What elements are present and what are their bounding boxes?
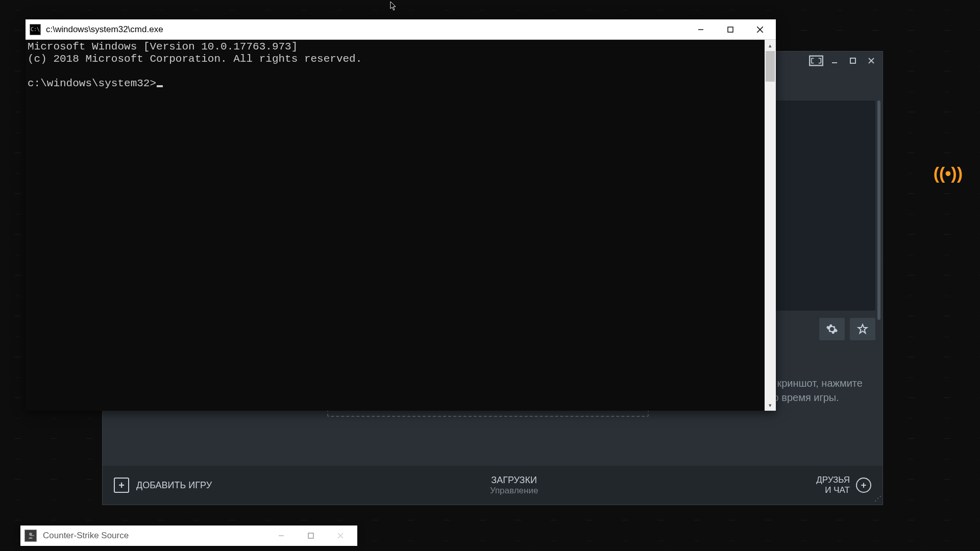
cmd-line-2: (c) 2018 Microsoft Corporation. All righ…: [28, 53, 362, 65]
cmd-window-title: c:\windows\system32\cmd.exe: [46, 24, 686, 35]
cmd-cursor: [157, 85, 163, 87]
cs-window-title: Counter-Strike Source: [43, 531, 266, 541]
maximize-icon: [850, 58, 856, 64]
cmd-body-wrap: Microsoft Windows [Version 10.0.17763.97…: [26, 40, 776, 411]
resize-grip-icon[interactable]: ⋰: [874, 494, 880, 503]
steam-add-game-button[interactable]: + ДОБАВИТЬ ИГРУ: [114, 478, 212, 493]
svg-rect-12: [308, 533, 313, 538]
cs-close-button[interactable]: [326, 527, 355, 545]
close-icon: [337, 533, 344, 539]
close-icon: [756, 26, 764, 34]
scroll-down-arrow-icon[interactable]: ▾: [765, 399, 776, 411]
svg-rect-2: [850, 58, 855, 63]
mouse-cursor-icon: [390, 1, 397, 11]
cs-app-icon: [24, 530, 37, 542]
scroll-up-arrow-icon[interactable]: ▴: [765, 40, 776, 51]
svg-rect-10: [30, 535, 34, 536]
svg-rect-6: [728, 27, 733, 32]
cmd-scrollbar[interactable]: ▴ ▾: [765, 40, 776, 411]
cmd-prompt: c:\windows\system32>: [28, 78, 156, 89]
steam-close-button[interactable]: [863, 54, 879, 68]
steam-friends-line2: И ЧАТ: [816, 485, 850, 495]
cmd-close-button[interactable]: [745, 20, 775, 39]
cs-minimize-button[interactable]: [266, 527, 296, 545]
steam-right-panel: [773, 101, 875, 340]
maximize-icon: [727, 26, 734, 33]
steam-preview-box: [773, 101, 875, 311]
steam-downloads-sub: Управление: [490, 486, 538, 496]
gear-icon: [826, 323, 838, 335]
plus-icon: +: [114, 478, 129, 493]
game-icon: [27, 532, 35, 540]
close-icon: [868, 58, 874, 64]
plus-circle-icon: +: [856, 478, 871, 493]
steam-minimize-button[interactable]: [826, 54, 843, 68]
steam-maximize-button[interactable]: [845, 54, 861, 68]
cmd-maximize-button[interactable]: [716, 20, 745, 39]
steam-preview-actions: [773, 318, 875, 340]
broadcast-icon[interactable]: ((•)): [934, 163, 963, 183]
cmd-titlebar[interactable]: C:\ c:\windows\system32\cmd.exe: [26, 19, 776, 40]
steam-settings-button[interactable]: [819, 318, 845, 340]
steam-bottombar: + ДОБАВИТЬ ИГРУ ЗАГРУЗКИ Управление ДРУЗ…: [103, 466, 883, 505]
cs-window: Counter-Strike Source: [20, 525, 357, 546]
steam-friends-line1: ДРУЗЬЯ: [816, 475, 850, 485]
cmd-line-1: Microsoft Windows [Version 10.0.17763.97…: [28, 41, 298, 53]
steam-right-scrollbar[interactable]: [877, 101, 880, 320]
steam-add-game-label: ДОБАВИТЬ ИГРУ: [136, 480, 212, 491]
cmd-terminal-output[interactable]: Microsoft Windows [Version 10.0.17763.97…: [26, 40, 765, 411]
minimize-icon: [697, 26, 704, 33]
cs-maximize-button[interactable]: [296, 527, 326, 545]
steam-downloads-button[interactable]: ЗАГРУЗКИ Управление: [490, 475, 538, 496]
star-icon: [856, 323, 869, 335]
minimize-icon: [278, 533, 284, 539]
steam-fullscreen-button[interactable]: [808, 54, 824, 68]
cmd-minimize-button[interactable]: [686, 20, 716, 39]
fullscreen-icon: [809, 55, 823, 66]
steam-friends-button[interactable]: ДРУЗЬЯ И ЧАТ +: [816, 475, 871, 495]
cmd-window: C:\ c:\windows\system32\cmd.exe Microsof…: [26, 19, 776, 411]
cmd-scrollbar-thumb[interactable]: [766, 51, 775, 82]
maximize-icon: [308, 533, 314, 539]
minimize-icon: [831, 58, 838, 64]
cmd-app-icon: C:\: [30, 24, 41, 35]
steam-favorite-button[interactable]: [850, 318, 875, 340]
steam-downloads-label: ЗАГРУЗКИ: [490, 475, 538, 486]
